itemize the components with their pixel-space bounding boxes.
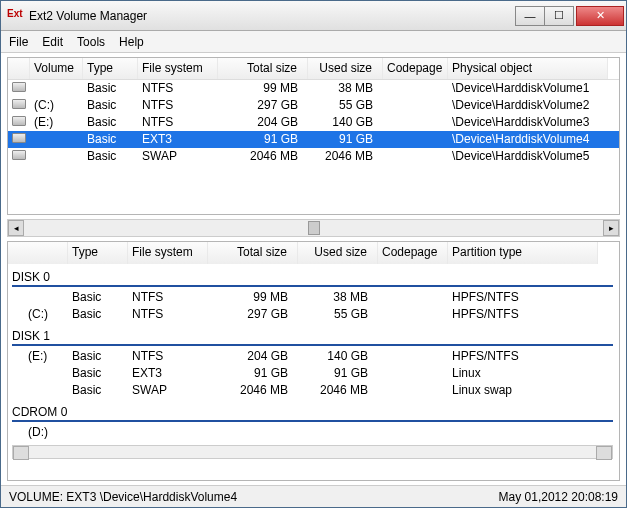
cell — [8, 382, 68, 399]
status-left: VOLUME: EXT3 \Device\HarddiskVolume4 — [9, 490, 499, 504]
cell: (E:) — [30, 114, 83, 131]
volume-row[interactable]: (E:)BasicNTFS204 GB140 GB\Device\Harddis… — [8, 114, 619, 131]
column-header[interactable] — [8, 242, 68, 264]
cell: 204 GB — [208, 348, 298, 365]
cell: NTFS — [128, 348, 208, 365]
partition-row[interactable]: (E:)BasicNTFS204 GB140 GBHPFS/NTFS — [8, 348, 619, 365]
cell: Basic — [83, 114, 138, 131]
partition-row[interactable]: BasicSWAP2046 MB2046 MBLinux swap — [8, 382, 619, 399]
cell — [208, 424, 298, 441]
cell: NTFS — [138, 80, 218, 97]
cell — [383, 97, 448, 114]
cell: (C:) — [30, 97, 83, 114]
cell — [378, 306, 448, 323]
column-header[interactable]: File system — [138, 58, 218, 79]
cell: 99 MB — [208, 289, 298, 306]
cell: Basic — [83, 131, 138, 148]
cell — [378, 365, 448, 382]
cell: 99 MB — [218, 80, 308, 97]
cell — [378, 289, 448, 306]
cell: NTFS — [138, 97, 218, 114]
column-header[interactable]: File system — [128, 242, 208, 264]
cell — [298, 424, 378, 441]
cell: Basic — [83, 97, 138, 114]
column-header[interactable]: Type — [83, 58, 138, 79]
cell: 2046 MB — [208, 382, 298, 399]
column-header[interactable]: Type — [68, 242, 128, 264]
group-divider — [12, 420, 613, 422]
cell — [378, 424, 448, 441]
cell: \Device\HarddiskVolume2 — [448, 97, 608, 114]
cell: (C:) — [8, 306, 68, 323]
volume-row[interactable]: BasicSWAP2046 MB2046 MB\Device\HarddiskV… — [8, 148, 619, 165]
partition-row[interactable]: (C:)BasicNTFS297 GB55 GBHPFS/NTFS — [8, 306, 619, 323]
cell — [68, 424, 128, 441]
scroll-track[interactable] — [24, 220, 603, 236]
column-header[interactable]: Codepage — [378, 242, 448, 264]
column-header[interactable]: Used size — [308, 58, 383, 79]
minimize-button[interactable]: — — [515, 6, 545, 26]
cell: SWAP — [128, 382, 208, 399]
cell: Basic — [68, 289, 128, 306]
cell: Basic — [68, 348, 128, 365]
app-window: Ext Ext2 Volume Manager — ☐ ✕ File Edit … — [0, 0, 627, 508]
cell: 91 GB — [218, 131, 308, 148]
cell: 2046 MB — [218, 148, 308, 165]
scroll-thumb[interactable] — [308, 221, 320, 235]
volume-row[interactable]: BasicEXT391 GB91 GB\Device\HarddiskVolum… — [8, 131, 619, 148]
cell — [8, 365, 68, 382]
cell: 297 GB — [218, 97, 308, 114]
column-header[interactable]: Volume — [30, 58, 83, 79]
column-header[interactable]: Partition type — [448, 242, 598, 264]
cell: Basic — [68, 306, 128, 323]
status-right: May 01,2012 20:08:19 — [499, 490, 618, 504]
disk-icon — [12, 150, 26, 160]
cell: 38 MB — [308, 80, 383, 97]
column-header[interactable] — [8, 58, 30, 79]
menu-edit[interactable]: Edit — [42, 35, 63, 49]
column-header[interactable]: Physical object — [448, 58, 608, 79]
cell — [383, 114, 448, 131]
menu-help[interactable]: Help — [119, 35, 144, 49]
cell — [30, 131, 83, 148]
disk-group-label: DISK 0 — [8, 264, 619, 285]
cell: NTFS — [128, 289, 208, 306]
disks-header-row: TypeFile systemTotal sizeUsed sizeCodepa… — [8, 242, 619, 264]
cell — [30, 148, 83, 165]
bottom-scrollbar[interactable] — [12, 445, 613, 459]
cell: (D:) — [8, 424, 68, 441]
volumes-table: VolumeTypeFile systemTotal sizeUsed size… — [7, 57, 620, 215]
close-button[interactable]: ✕ — [576, 6, 624, 26]
cell: 2046 MB — [308, 148, 383, 165]
cell: 297 GB — [208, 306, 298, 323]
menu-tools[interactable]: Tools — [77, 35, 105, 49]
titlebar[interactable]: Ext Ext2 Volume Manager — ☐ ✕ — [1, 1, 626, 31]
partition-row[interactable]: (D:) — [8, 424, 619, 441]
partition-row[interactable]: BasicEXT391 GB91 GBLinux — [8, 365, 619, 382]
cell: HPFS/NTFS — [448, 289, 598, 306]
cell: 38 MB — [298, 289, 378, 306]
cell — [128, 424, 208, 441]
maximize-button[interactable]: ☐ — [544, 6, 574, 26]
group-divider — [12, 285, 613, 287]
cell — [383, 131, 448, 148]
volume-row[interactable]: (C:)BasicNTFS297 GB55 GB\Device\Harddisk… — [8, 97, 619, 114]
volume-row[interactable]: BasicNTFS99 MB38 MB\Device\HarddiskVolum… — [8, 80, 619, 97]
menu-file[interactable]: File — [9, 35, 28, 49]
column-header[interactable]: Used size — [298, 242, 378, 264]
column-header[interactable]: Codepage — [383, 58, 448, 79]
disk-icon — [12, 116, 26, 126]
cell — [30, 80, 83, 97]
horizontal-scrollbar[interactable]: ◂ ▸ — [7, 219, 620, 237]
cell: 140 GB — [308, 114, 383, 131]
cell: 91 GB — [308, 131, 383, 148]
column-header[interactable]: Total size — [208, 242, 298, 264]
scroll-left-button[interactable]: ◂ — [8, 220, 24, 236]
scroll-right-button[interactable]: ▸ — [603, 220, 619, 236]
window-title: Ext2 Volume Manager — [29, 9, 516, 23]
column-header[interactable]: Total size — [218, 58, 308, 79]
volumes-header-row: VolumeTypeFile systemTotal sizeUsed size… — [8, 58, 619, 80]
cell — [8, 289, 68, 306]
disk-icon — [12, 99, 26, 109]
partition-row[interactable]: BasicNTFS99 MB38 MBHPFS/NTFS — [8, 289, 619, 306]
